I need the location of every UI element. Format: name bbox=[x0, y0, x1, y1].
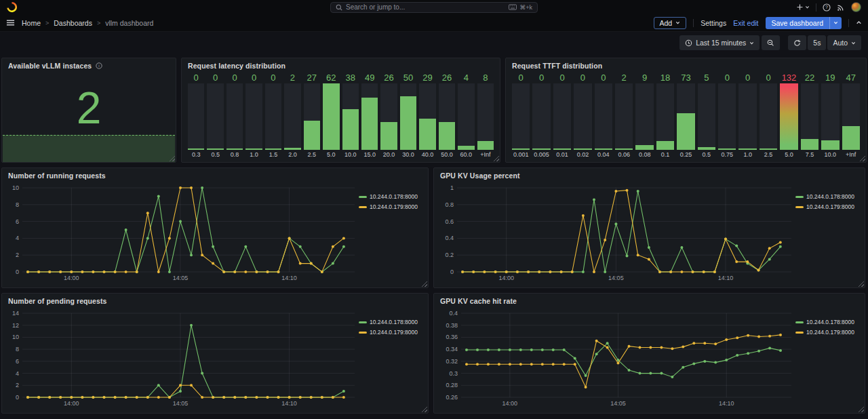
bar-track bbox=[656, 83, 674, 150]
bar-value-label: 0 bbox=[207, 72, 223, 83]
x-tick-label: 14:10 bbox=[281, 275, 297, 281]
data-point bbox=[614, 190, 617, 193]
data-point bbox=[201, 372, 203, 375]
settings-button[interactable]: Settings bbox=[701, 19, 726, 27]
bar-track bbox=[265, 83, 281, 150]
series-color-dash bbox=[795, 196, 804, 198]
data-point bbox=[26, 271, 29, 273]
news-button[interactable] bbox=[837, 3, 845, 12]
bar-fill bbox=[821, 140, 839, 150]
panel-title[interactable]: Number of running requests bbox=[8, 172, 106, 180]
save-dashboard-button[interactable]: Save dashboard bbox=[766, 17, 842, 29]
avatar[interactable] bbox=[851, 2, 861, 12]
panel-title[interactable]: Request latency distribution bbox=[188, 62, 285, 70]
refresh-icon bbox=[793, 39, 801, 47]
divider bbox=[693, 19, 694, 27]
breadcrumb-dashboards[interactable]: Dashboards bbox=[54, 19, 92, 27]
search-input[interactable]: Search or jump to... ⌘+k bbox=[330, 2, 538, 13]
data-point bbox=[530, 363, 533, 365]
auto-refresh-picker[interactable]: Auto bbox=[827, 35, 861, 50]
bar-15.0: 4915.0 bbox=[361, 72, 378, 159]
bar-category-label: 0.3 bbox=[188, 150, 204, 159]
save-options-button[interactable] bbox=[829, 17, 842, 29]
data-point bbox=[222, 396, 225, 399]
data-point bbox=[649, 372, 652, 375]
legend-item[interactable]: 10.244.0.179:8000 bbox=[795, 329, 861, 336]
x-tick-label: 14:00 bbox=[64, 400, 79, 407]
bar-2.0: 22.0 bbox=[284, 72, 300, 159]
data-point bbox=[757, 336, 760, 338]
legend-item[interactable]: 10.244.0.179:8000 bbox=[359, 203, 424, 210]
bar-category-label: 0.1 bbox=[656, 150, 674, 159]
data-point bbox=[125, 228, 127, 231]
bar-track bbox=[458, 83, 474, 150]
data-point bbox=[746, 260, 749, 263]
data-point bbox=[692, 271, 694, 273]
stat-sparkline bbox=[3, 135, 175, 162]
data-point bbox=[585, 374, 587, 377]
bar-category-label: 7.5 bbox=[801, 150, 818, 159]
legend-item[interactable]: 10.244.0.178:8000 bbox=[359, 193, 424, 200]
y-tick-label: 0.34 bbox=[446, 346, 458, 353]
data-point bbox=[342, 396, 345, 399]
panel-title[interactable]: Available vLLM instaces bbox=[8, 62, 92, 70]
help-button[interactable]: ? bbox=[823, 3, 831, 12]
y-tick-label: 0 bbox=[16, 394, 19, 401]
y-tick-label: 0.26 bbox=[446, 394, 458, 401]
x-tick-label: 14:10 bbox=[281, 400, 297, 407]
panel-title[interactable]: Number of pending requests bbox=[8, 297, 107, 305]
bar-category-label: 0.08 bbox=[635, 150, 653, 159]
grafana-logo[interactable] bbox=[7, 2, 17, 12]
refresh-interval-label[interactable]: 5s bbox=[808, 35, 826, 50]
bar-track bbox=[188, 83, 204, 150]
info-icon[interactable]: i bbox=[96, 62, 102, 69]
bar-value-label: 0 bbox=[265, 72, 281, 83]
data-point bbox=[222, 271, 225, 273]
data-point bbox=[757, 350, 760, 353]
time-range-picker[interactable]: Last 15 minutes bbox=[679, 35, 760, 50]
menu-toggle-button[interactable] bbox=[6, 18, 15, 27]
legend-item[interactable]: 10.244.0.178:8000 bbox=[795, 193, 861, 200]
bar-category-label: +Inf bbox=[842, 150, 860, 159]
data-point bbox=[168, 396, 171, 399]
series-color-dash bbox=[359, 332, 367, 334]
bar-fill bbox=[512, 148, 530, 150]
panel-gpu-kv-cache-hit: GPU KV cache hit rate 0.260.280.30.320.3… bbox=[433, 293, 865, 414]
legend-item[interactable]: 10.244.0.178:8000 bbox=[359, 319, 424, 325]
add-button[interactable]: Add bbox=[654, 17, 687, 29]
bar-value-label: 0 bbox=[532, 72, 550, 83]
collapse-toolbar-button[interactable] bbox=[856, 20, 862, 26]
y-tick-label: 8 bbox=[16, 201, 19, 208]
bar-track bbox=[780, 83, 797, 150]
data-point bbox=[476, 348, 479, 351]
bar-0.005: 00.005 bbox=[532, 72, 550, 159]
y-tick-label: 0 bbox=[450, 268, 454, 275]
legend-item[interactable]: 10.244.0.179:8000 bbox=[795, 203, 861, 210]
y-tick-label: 4 bbox=[16, 370, 19, 377]
exit-edit-button[interactable]: Exit edit bbox=[733, 19, 758, 27]
data-point bbox=[669, 271, 672, 273]
bar-fill bbox=[553, 148, 571, 150]
breadcrumb-home[interactable]: Home bbox=[22, 19, 41, 27]
bar-category-label: 0.8 bbox=[226, 150, 243, 159]
legend-item[interactable]: 10.244.0.178:8000 bbox=[795, 319, 861, 325]
bar-value-label: 26 bbox=[439, 72, 455, 83]
data-point bbox=[680, 246, 683, 249]
bar-value-label: 132 bbox=[780, 72, 797, 83]
panel-title[interactable]: Request TTFT distribution bbox=[512, 62, 602, 70]
bar-fill bbox=[738, 148, 756, 150]
bar-track bbox=[245, 83, 262, 150]
legend-item[interactable]: 10.244.0.179:8000 bbox=[359, 329, 424, 336]
bar-fill bbox=[361, 98, 378, 150]
bar-track bbox=[821, 83, 839, 150]
panel-title[interactable]: GPU KV Usage percent bbox=[440, 172, 520, 180]
data-point bbox=[233, 271, 236, 273]
refresh-button[interactable] bbox=[788, 35, 806, 50]
zoom-out-button[interactable] bbox=[762, 35, 780, 50]
bar-fill bbox=[760, 148, 777, 150]
new-menu-button[interactable] bbox=[796, 3, 810, 11]
panel-title[interactable]: GPU KV cache hit rate bbox=[440, 297, 517, 305]
bar-track bbox=[419, 83, 435, 150]
panel-request-latency: Request latency distribution 00.300.500.… bbox=[181, 58, 500, 163]
chart-legend: 10.244.0.178:800010.244.0.179:8000 bbox=[795, 181, 861, 286]
